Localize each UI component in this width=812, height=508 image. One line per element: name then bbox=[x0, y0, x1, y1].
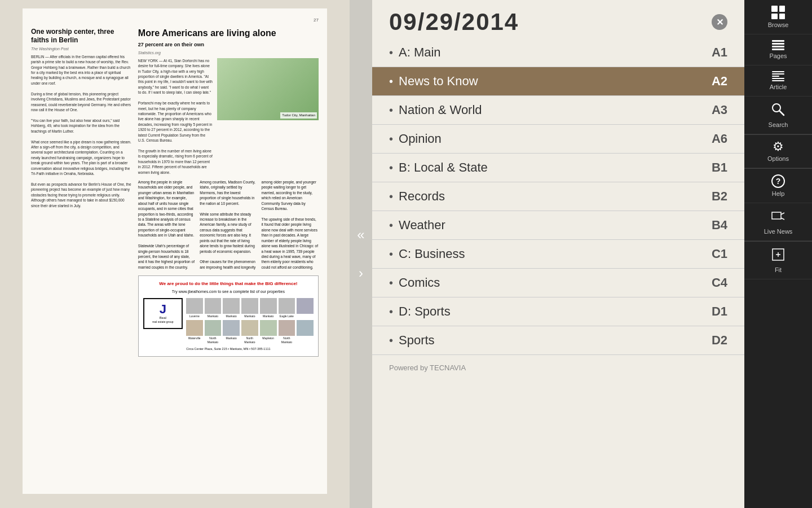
page-number: 27 bbox=[31, 17, 319, 23]
close-button[interactable]: ✕ bbox=[712, 14, 727, 30]
left-article: One worship center, three faiths in Berl… bbox=[31, 28, 131, 357]
section-bullet: • bbox=[389, 334, 393, 347]
help-button[interactable]: ? Help bbox=[744, 169, 812, 203]
options-label: Options bbox=[767, 155, 789, 162]
section-page: A1 bbox=[712, 45, 727, 60]
section-name: Records bbox=[399, 189, 445, 204]
sections-panel: « › 09/29/2014 ✕ • A: Main A1 • News to … bbox=[350, 0, 744, 508]
article-image: Tudor City, Manhattan bbox=[217, 58, 319, 120]
section-page: B2 bbox=[712, 189, 727, 204]
right-article-body-cols: Among the people in single households ar… bbox=[138, 179, 319, 270]
section-bullet: • bbox=[389, 190, 393, 203]
browse-label: Browse bbox=[768, 21, 789, 28]
property-grid: Luverne Mankato Mankato Mankato Mankato … bbox=[186, 298, 314, 344]
pages-button[interactable]: Pages bbox=[744, 34, 812, 65]
fit-icon bbox=[771, 247, 785, 264]
section-item-c--business[interactable]: • C: Business C1 bbox=[372, 240, 744, 269]
section-bullet: • bbox=[389, 133, 393, 146]
newspaper-panel: 27 One worship center, three faiths in B… bbox=[0, 0, 350, 508]
single-left-chevron[interactable]: › bbox=[359, 265, 363, 281]
section-bullet: • bbox=[389, 46, 393, 59]
section-item-comics[interactable]: • Comics C4 bbox=[372, 269, 744, 297]
section-bullet: • bbox=[389, 161, 393, 174]
newspaper-page: 27 One worship center, three faiths in B… bbox=[23, 8, 327, 494]
section-name: C: Business bbox=[399, 247, 465, 261]
section-page: A2 bbox=[712, 74, 727, 89]
browse-button[interactable]: Browse bbox=[744, 0, 812, 34]
section-page: C1 bbox=[712, 247, 727, 261]
pages-label: Pages bbox=[769, 52, 787, 59]
svg-line-3 bbox=[781, 213, 784, 214]
sections-list: • A: Main A1 • News to Know A2 • Nation … bbox=[372, 38, 744, 355]
section-page: A3 bbox=[712, 103, 727, 117]
options-icon: ⚙ bbox=[773, 141, 784, 153]
svg-line-1 bbox=[779, 111, 784, 115]
right-article-stat: 27 percent are on their own bbox=[138, 41, 319, 49]
fit-button[interactable]: Fit bbox=[744, 242, 812, 279]
date-header: 09/29/2014 ✕ bbox=[372, 0, 744, 38]
section-name: Opinion bbox=[399, 132, 442, 146]
image-caption: Tudor City, Manhattan bbox=[280, 112, 317, 118]
article-label: Article bbox=[770, 84, 787, 90]
right-article-body-left: NEW YORK — At 41, Sian Dortorchi has no … bbox=[138, 58, 213, 175]
ad-footer: Circa Center Plaza, Suite 215 • Mankato,… bbox=[143, 347, 314, 352]
live-news-label: Live News bbox=[764, 228, 793, 235]
right-article: More Americans are living alone 27 perce… bbox=[138, 28, 319, 357]
article-icon bbox=[772, 71, 784, 81]
live-news-icon bbox=[771, 209, 785, 226]
search-icon bbox=[771, 102, 785, 119]
fit-label: Fit bbox=[775, 266, 782, 273]
live-news-button[interactable]: Live News bbox=[744, 203, 812, 241]
section-page: B1 bbox=[712, 160, 727, 175]
pages-icon bbox=[772, 40, 784, 50]
left-article-source: The Washington Post bbox=[31, 46, 131, 52]
left-article-body: BERLIN — After officials in the German c… bbox=[31, 54, 131, 208]
section-item-d--sports[interactable]: • D: Sports D1 bbox=[372, 297, 744, 326]
search-button[interactable]: Search bbox=[744, 97, 812, 134]
sections-nav-left[interactable]: « › bbox=[350, 0, 372, 508]
section-item-a--main[interactable]: • A: Main A1 bbox=[372, 38, 744, 67]
browse-icon bbox=[771, 6, 785, 19]
advertisement: We are proud to do the little things tha… bbox=[138, 275, 319, 357]
section-name: D: Sports bbox=[399, 304, 451, 319]
article-button[interactable]: Article bbox=[744, 65, 812, 97]
section-item-b--local---state[interactable]: • B: Local & State B1 bbox=[372, 154, 744, 182]
ad-headline: We are proud to do the little things tha… bbox=[143, 281, 314, 287]
section-name: Nation & World bbox=[399, 103, 482, 117]
section-name: Comics bbox=[399, 275, 440, 290]
section-page: D2 bbox=[712, 333, 727, 348]
left-article-title: One worship center, three faiths in Berl… bbox=[31, 28, 131, 44]
section-item-weather[interactable]: • Weather B4 bbox=[372, 211, 744, 240]
search-label: Search bbox=[769, 121, 788, 128]
section-name: Sports bbox=[399, 333, 435, 348]
section-name: B: Local & State bbox=[399, 160, 488, 175]
section-page: D1 bbox=[712, 304, 727, 319]
section-bullet: • bbox=[389, 305, 393, 318]
section-item-news-to-know[interactable]: • News to Know A2 bbox=[372, 67, 744, 96]
section-bullet: • bbox=[389, 248, 393, 261]
help-icon: ? bbox=[771, 174, 785, 188]
svg-line-4 bbox=[781, 218, 784, 220]
section-bullet: • bbox=[389, 277, 393, 290]
svg-rect-2 bbox=[772, 212, 781, 219]
section-page: B4 bbox=[712, 218, 727, 233]
right-toolbar: Browse Pages bbox=[744, 0, 812, 508]
section-page: C4 bbox=[712, 275, 727, 290]
section-name: A: Main bbox=[399, 45, 441, 60]
section-name: News to Know bbox=[399, 74, 478, 89]
section-name: Weather bbox=[399, 218, 445, 233]
section-bullet: • bbox=[389, 104, 393, 117]
section-item-records[interactable]: • Records B2 bbox=[372, 182, 744, 211]
section-item-opinion[interactable]: • Opinion A6 bbox=[372, 125, 744, 154]
section-bullet: • bbox=[389, 75, 393, 88]
section-bullet: • bbox=[389, 219, 393, 232]
help-label: Help bbox=[772, 190, 785, 197]
section-item-sports[interactable]: • Sports D2 bbox=[372, 326, 744, 355]
powered-by: Powered by TECNAVIA bbox=[372, 355, 744, 380]
right-article-title: More Americans are living alone bbox=[138, 28, 319, 38]
double-left-chevron[interactable]: « bbox=[357, 227, 364, 243]
jbeal-logo: J Beal real estate group bbox=[143, 298, 183, 329]
right-article-source: Statistics.org bbox=[138, 50, 319, 56]
section-item-nation---world[interactable]: • Nation & World A3 bbox=[372, 96, 744, 125]
options-button[interactable]: ⚙ Options bbox=[744, 135, 812, 168]
